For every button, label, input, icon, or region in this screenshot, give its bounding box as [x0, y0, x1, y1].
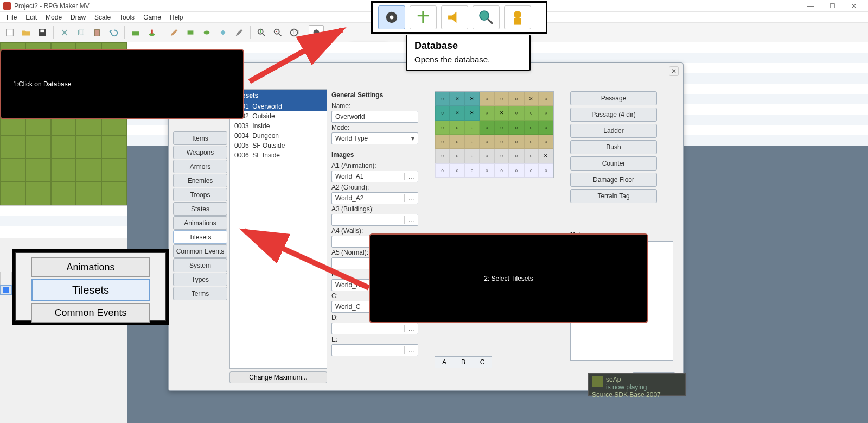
e-input[interactable]: … [331, 344, 418, 356]
list-item[interactable]: 0005 SF Outside [230, 141, 327, 150]
tab-terms[interactable]: Terms [173, 287, 227, 300]
svg-rect-6 [132, 31, 139, 35]
open-project-icon[interactable] [18, 25, 34, 40]
tab-enemies[interactable]: Enemies [173, 174, 227, 187]
character-icon [504, 5, 531, 29]
arrow-step2 [233, 223, 374, 299]
menu-help[interactable]: Help [167, 14, 187, 21]
ladder-button[interactable]: Ladder [570, 124, 657, 138]
tab-tilesets[interactable]: Tilesets [173, 230, 227, 244]
a2-label: A2 (Ground): [331, 182, 429, 192]
damage-floor-button[interactable]: Damage Floor [570, 173, 657, 187]
paste-icon[interactable] [90, 25, 105, 40]
ellipsis-icon[interactable]: … [404, 173, 414, 180]
map-mode-icon[interactable] [128, 25, 143, 40]
notification-line3: Source SDK Base 2007 [592, 391, 682, 399]
tileset-preview[interactable]: ○✕✕○○○✕○ ○✕✕○✕○○○ ○○○○○○○○ ○○○○○○○○ ○○○○… [435, 91, 554, 178]
svg-rect-3 [79, 30, 82, 35]
a1-input[interactable]: World_A1… [331, 171, 418, 182]
maximize-button[interactable]: ☐ [821, 2, 843, 10]
minimize-button[interactable]: — [800, 2, 821, 10]
tab-animations[interactable]: Animations [173, 216, 227, 230]
menu-scale[interactable]: Scale [91, 14, 114, 21]
database-category-tabs: Actors Classes Skills Items Weapons Armo… [173, 89, 227, 301]
d-input[interactable]: … [331, 323, 418, 334]
copy-icon[interactable] [73, 25, 88, 40]
tab-states[interactable]: States [173, 202, 227, 216]
new-project-icon[interactable] [2, 25, 17, 40]
svg-line-25 [244, 231, 369, 288]
tab-common-events[interactable]: Common Events [173, 244, 227, 258]
steam-notification: soAp is now playing Source SDK Base 2007 [588, 373, 686, 396]
svg-rect-8 [151, 29, 153, 33]
annotation-step2: 2: Select Tilesets [369, 233, 648, 323]
svg-rect-0 [7, 29, 14, 36]
ellipsis-icon[interactable]: … [404, 194, 414, 202]
puzzle-icon [410, 5, 437, 29]
svg-rect-2 [40, 29, 44, 32]
arrow-step1 [244, 22, 353, 87]
undo-icon[interactable] [106, 25, 121, 40]
mode-select[interactable]: World Type▾ [331, 132, 418, 144]
tab-items[interactable]: Items [173, 131, 227, 145]
name-label: Name: [331, 101, 429, 111]
sidebar-tab-b[interactable] [0, 285, 12, 295]
menu-draw[interactable]: Draw [67, 14, 89, 21]
cut-icon[interactable] [57, 25, 72, 40]
search-icon [473, 5, 500, 29]
menu-game[interactable]: Game [140, 14, 164, 21]
passage-4dir-button[interactable]: Passage (4 dir) [570, 108, 657, 122]
change-maximum-button[interactable]: Change Maximum... [229, 371, 327, 383]
list-item[interactable]: 0004 Dungeon [230, 131, 327, 141]
tab-a[interactable]: A [435, 356, 454, 368]
chevron-down-icon: ▾ [411, 135, 414, 142]
event-mode-icon[interactable] [144, 25, 159, 40]
list-header: Tilesets [230, 90, 327, 102]
tooltip-title-large: Database [414, 40, 522, 52]
svg-rect-5 [95, 29, 100, 36]
menu-mode[interactable]: Mode [42, 14, 65, 21]
list-item[interactable]: 0003 Inside [230, 121, 327, 131]
name-input[interactable]: Overworld [331, 111, 418, 123]
counter-button[interactable]: Counter [570, 156, 657, 171]
close-button[interactable]: ✕ [843, 2, 865, 10]
dialog-close-icon[interactable]: ✕ [669, 66, 679, 76]
list-item[interactable]: 0006 SF Inside [230, 150, 327, 160]
notification-line1: soAp [592, 376, 682, 383]
tab-weapons[interactable]: Weapons [173, 146, 227, 159]
svg-rect-9 [188, 30, 194, 34]
ellipsis-icon[interactable]: … [404, 216, 414, 224]
menu-tools[interactable]: Tools [116, 14, 138, 21]
a1-label: A1 (Animation): [331, 161, 429, 171]
zoom-tab-common-events: Common Events [31, 303, 150, 323]
svg-point-20 [390, 16, 394, 20]
app-icon [3, 2, 11, 10]
sound-icon [441, 5, 468, 29]
tooltip-database-large: Database Opens the database. [406, 35, 531, 71]
a2-input[interactable]: World_A2… [331, 192, 418, 204]
zoom-toolbar-inset [371, 1, 547, 34]
menu-edit[interactable]: Edit [22, 14, 40, 21]
menu-file[interactable]: File [3, 14, 20, 21]
passage-buttons: Passage Passage (4 dir) Ladder Bush Coun… [570, 91, 657, 205]
ellipsis-icon[interactable]: … [404, 346, 414, 354]
ellipse-icon[interactable] [199, 25, 214, 40]
pencil-icon[interactable] [167, 25, 182, 40]
bush-button[interactable]: Bush [570, 140, 657, 154]
tab-types[interactable]: Types [173, 273, 227, 286]
tab-b[interactable]: B [454, 356, 473, 368]
tab-armors[interactable]: Armors [173, 160, 227, 173]
list-item[interactable]: 0002 Outside [230, 111, 327, 121]
passage-button[interactable]: Passage [570, 91, 657, 105]
list-item[interactable]: 0001 Overworld [230, 102, 327, 111]
ellipsis-icon[interactable]: … [404, 325, 414, 332]
rectangle-icon[interactable] [183, 25, 198, 40]
save-icon[interactable] [35, 25, 50, 40]
tab-system[interactable]: System [173, 258, 227, 272]
zoom-tab-animations: Animations [31, 257, 150, 277]
fill-icon[interactable] [215, 25, 231, 40]
tab-troops[interactable]: Troops [173, 188, 227, 201]
tab-c[interactable]: C [473, 356, 492, 368]
gear-icon [378, 5, 405, 29]
terrain-tag-button[interactable]: Terrain Tag [570, 189, 657, 203]
